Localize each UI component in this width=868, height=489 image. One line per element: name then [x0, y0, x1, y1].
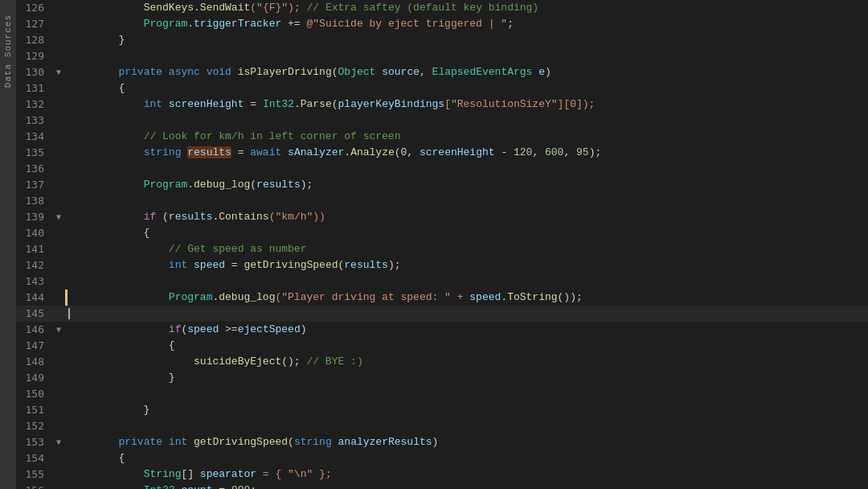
line-content: } [65, 370, 868, 386]
line-content: Program.debug_log(results); [65, 177, 868, 193]
token: ("km/h")) [269, 211, 326, 223]
line-content: if(speed >=ejectSpeed) [65, 322, 868, 338]
fold-gutter [52, 338, 65, 354]
fold-gutter [52, 466, 65, 483]
line-number: 139 [16, 209, 52, 225]
line-content: if (results.Contains("km/h")) [65, 209, 868, 225]
fold-gutter [52, 225, 65, 241]
token: . [194, 2, 200, 14]
line-number: 142 [16, 257, 52, 273]
code-line-141: 141 // Get speed as number [16, 241, 868, 257]
token: , [563, 146, 576, 158]
line-number: 149 [16, 370, 52, 386]
line-content: // Look for km/h in left corner of scree… [65, 129, 868, 145]
token: ) [301, 323, 307, 335]
token: = [212, 484, 231, 489]
fold-gutter [52, 97, 65, 113]
token: isPlayerDriving [238, 66, 332, 78]
fold-gutter [52, 113, 65, 129]
code-line-144: 144 Program.debug_log("Player driving at… [16, 290, 868, 306]
token [68, 179, 144, 191]
code-line-153: 153▼ private int getDrivingSpeed(string … [16, 434, 868, 450]
line-content: suicideByEject(); // BYE :) [65, 354, 868, 370]
token: // Get speed as number [169, 243, 307, 255]
code-line-145: 145 [16, 306, 868, 322]
line-number: 133 [16, 113, 52, 129]
token: string [294, 436, 332, 448]
fold-gutter[interactable]: ▼ [52, 209, 65, 225]
line-content: String[] spearator = { "\n" }; [65, 466, 868, 483]
token: } [68, 404, 149, 416]
token [187, 259, 194, 271]
line-content: Program.triggerTracker += @"Suicide by e… [65, 16, 868, 32]
line-number: 136 [16, 161, 52, 177]
token [68, 66, 118, 78]
token [68, 436, 118, 448]
line-number: 145 [16, 306, 52, 322]
token: ); [589, 146, 602, 158]
fold-gutter[interactable]: ▼ [52, 322, 65, 338]
token: e [538, 66, 545, 78]
fold-gutter [52, 16, 65, 32]
token: { [68, 339, 175, 351]
code-line-126: 126 SendKeys.SendWait("{F}"); // Extra s… [16, 0, 868, 16]
token: source [382, 66, 420, 78]
token [68, 18, 144, 30]
token: ejectSpeed [238, 323, 301, 335]
line-number: 146 [16, 322, 52, 338]
token: Program [144, 18, 188, 30]
fold-gutter[interactable]: ▼ [52, 64, 65, 80]
fold-gutter [52, 450, 65, 466]
token: , [532, 146, 545, 158]
token [68, 146, 144, 158]
line-content [65, 193, 868, 209]
line-content: Int32 count = 999; [65, 483, 868, 489]
token: speed [187, 323, 219, 335]
code-line-127: 127 Program.triggerTracker += @"Suicide … [16, 16, 868, 32]
token [68, 2, 144, 14]
token [332, 436, 338, 448]
token: ElapsedEventArgs [432, 66, 533, 78]
token: results [344, 259, 388, 271]
line-content: // Get speed as number [65, 241, 868, 257]
token: (); [281, 355, 306, 368]
token [68, 355, 194, 368]
line-content: { [65, 338, 868, 354]
code-line-155: 155 String[] spearator = { "\n" }; [16, 466, 868, 483]
token [68, 484, 144, 489]
fold-gutter [52, 0, 65, 16]
line-number: 127 [16, 16, 52, 32]
token: Parse [301, 98, 332, 110]
token: ( [156, 211, 169, 223]
token: results [187, 146, 231, 158]
token: 999 [231, 484, 250, 489]
token [68, 291, 169, 303]
line-content [65, 48, 868, 64]
token: SendWait [200, 2, 250, 14]
line-number: 130 [16, 64, 52, 80]
token: 120 [514, 146, 532, 158]
code-line-150: 150 [16, 386, 868, 402]
code-editor[interactable]: 126 SendKeys.SendWait("{F}"); // Extra s… [16, 0, 868, 489]
code-line-135: 135 string results = await sAnalyzer.Ana… [16, 145, 868, 161]
token: count [181, 484, 212, 489]
token: 600 [545, 146, 563, 158]
code-line-147: 147 { [16, 338, 868, 354]
line-number: 138 [16, 193, 52, 209]
cursor [68, 308, 70, 319]
token: = [244, 98, 262, 110]
code-line-140: 140 { [16, 225, 868, 241]
line-content: private int getDrivingSpeed(string analy… [65, 434, 868, 450]
line-indicator [65, 290, 68, 306]
line-number: 151 [16, 402, 52, 418]
token [162, 66, 169, 78]
code-line-139: 139▼ if (results.Contains("km/h")) [16, 209, 868, 225]
token: } [68, 372, 175, 384]
token: [] [181, 468, 199, 480]
line-content: SendKeys.SendWait("{F}"); // Extra safte… [65, 0, 868, 16]
fold-gutter[interactable]: ▼ [52, 434, 65, 450]
fold-gutter [52, 418, 65, 434]
line-number: 150 [16, 386, 52, 402]
line-number: 135 [16, 145, 52, 161]
token: Object [338, 66, 376, 78]
